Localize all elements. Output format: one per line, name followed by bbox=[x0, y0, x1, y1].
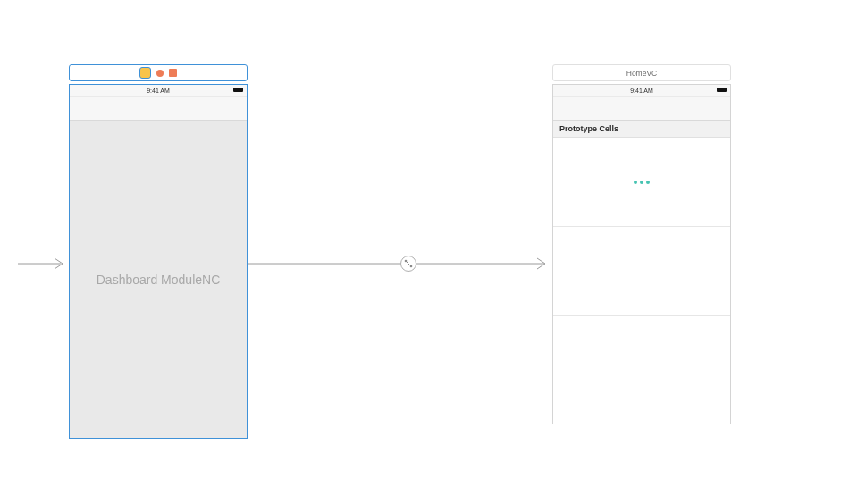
scene-title-bar[interactable] bbox=[69, 64, 248, 81]
status-time: 9:41 AM bbox=[147, 88, 170, 94]
svg-point-3 bbox=[405, 260, 408, 263]
navigation-bar[interactable] bbox=[70, 97, 247, 121]
table-prototype-cell[interactable] bbox=[553, 316, 730, 424]
table-prototype-cell[interactable] bbox=[553, 138, 730, 227]
first-responder-icon bbox=[156, 70, 164, 77]
navigation-bar[interactable] bbox=[553, 97, 730, 121]
status-time: 9:41 AM bbox=[630, 88, 653, 94]
table-prototype-cell[interactable] bbox=[553, 227, 730, 316]
svg-point-4 bbox=[410, 265, 413, 268]
battery-icon bbox=[717, 88, 727, 92]
prototype-cells-header: Prototype Cells bbox=[553, 121, 730, 138]
scene-title-label: HomeVC bbox=[626, 69, 657, 78]
phone-body: Dashboard ModuleNC bbox=[70, 121, 247, 438]
placeholder-label: Dashboard ModuleNC bbox=[97, 273, 221, 287]
status-bar: 9:41 AM bbox=[553, 85, 730, 97]
battery-icon bbox=[233, 88, 243, 92]
entry-arrow bbox=[18, 257, 69, 270]
phone-frame-right[interactable]: 9:41 AM Prototype Cells bbox=[552, 84, 731, 424]
loading-dots-icon bbox=[634, 181, 650, 184]
status-bar: 9:41 AM bbox=[70, 85, 247, 97]
exit-icon bbox=[169, 69, 177, 77]
segue-relationship-icon[interactable] bbox=[400, 256, 416, 272]
scene-title-bar[interactable]: HomeVC bbox=[552, 64, 731, 81]
scene-dashboard-module-nc[interactable]: 9:41 AM Dashboard ModuleNC bbox=[69, 64, 248, 439]
nav-controller-icon bbox=[139, 67, 151, 79]
phone-frame-left[interactable]: 9:41 AM Dashboard ModuleNC bbox=[69, 84, 248, 439]
scene-home-vc[interactable]: HomeVC 9:41 AM Prototype Cells bbox=[552, 64, 731, 424]
